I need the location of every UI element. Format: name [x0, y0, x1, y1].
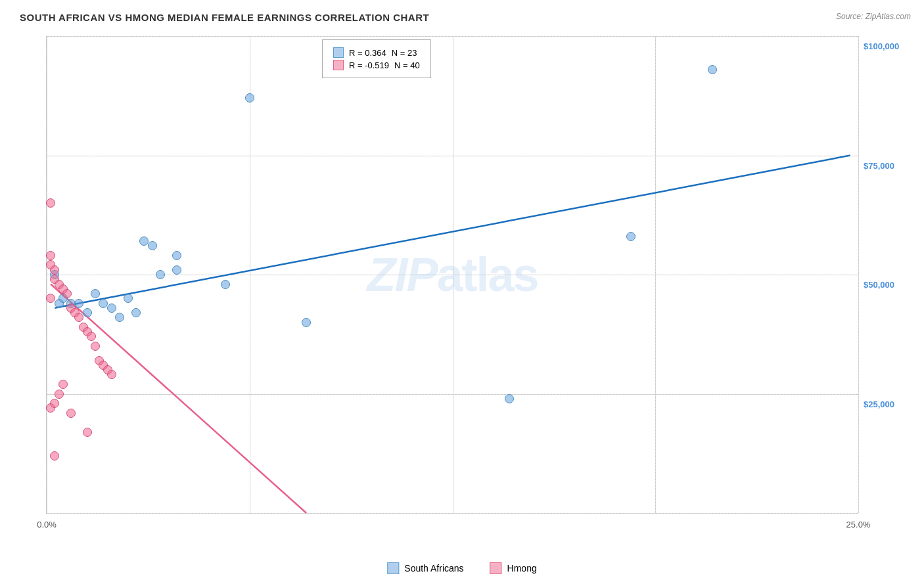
dot-blue — [172, 251, 181, 260]
chart-container: SOUTH AFRICAN VS HMONG MEDIAN FEMALE EAR… — [0, 0, 924, 586]
dot-pink — [74, 313, 83, 322]
gridline-v-25 — [250, 36, 250, 513]
legend-color-blue — [333, 47, 344, 58]
bottom-legend-pink-box — [490, 562, 502, 574]
x-tick-0: 0.0% — [37, 520, 57, 530]
dot-blue — [148, 241, 157, 250]
dot-pink — [62, 289, 72, 298]
source-label: Source: ZipAtlas.com — [836, 12, 911, 21]
bottom-legend: South Africans Hmong — [387, 562, 536, 574]
legend-blue-n: N = 23 — [392, 48, 417, 58]
dot-blue — [139, 237, 149, 246]
dot-blue — [115, 313, 124, 322]
dot-blue — [124, 294, 133, 303]
dot-blue — [221, 280, 230, 289]
gridline-v-75 — [655, 36, 656, 513]
dot-pink — [58, 380, 68, 389]
legend-pink-r: R = -0.519 — [349, 60, 389, 70]
dot-blue — [245, 93, 254, 102]
y-tick-50k: $50,000 — [864, 280, 894, 290]
plot-area: ZIPatlas — [46, 36, 858, 514]
dot-pink — [83, 428, 92, 437]
dot-blue — [55, 299, 64, 308]
chart-title: SOUTH AFRICAN VS HMONG MEDIAN FEMALE EAR… — [20, 12, 429, 23]
legend-pink-n: N = 40 — [394, 60, 420, 70]
dot-pink — [50, 265, 59, 275]
dot-blue — [91, 289, 100, 298]
dot-blue — [708, 65, 717, 74]
dot-pink — [91, 342, 100, 351]
dot-blue — [107, 304, 116, 313]
y-tick-75k: $75,000 — [864, 160, 894, 170]
dot-pink — [46, 198, 55, 208]
dot-blue — [626, 232, 635, 241]
legend-color-pink — [333, 60, 344, 70]
dot-blue — [302, 318, 311, 327]
bottom-legend-south-africans-label: South Africans — [404, 563, 463, 574]
dot-blue — [172, 265, 181, 275]
gridline-v-100 — [858, 36, 859, 513]
bottom-legend-hmong-label: Hmong — [507, 563, 537, 574]
dot-pink — [55, 390, 64, 399]
dot-pink — [66, 409, 76, 418]
dot-pink — [46, 251, 55, 260]
y-tick-25k: $25,000 — [864, 399, 894, 409]
x-tick-25: 25.0% — [846, 520, 871, 530]
bottom-legend-blue-box — [387, 562, 399, 574]
dot-pink — [50, 399, 59, 408]
dot-blue — [74, 299, 83, 308]
dot-pink — [87, 332, 96, 341]
pink-trend-line — [51, 284, 306, 513]
legend-row-pink: R = -0.519 N = 40 — [333, 60, 420, 70]
y-tick-100k: $100,000 — [864, 41, 899, 51]
bottom-legend-hmong: Hmong — [490, 562, 537, 574]
dot-blue — [505, 394, 514, 403]
gridline-v-50 — [453, 36, 453, 513]
gridline-v-0 — [47, 36, 47, 513]
dot-pink — [50, 451, 59, 461]
dot-blue — [131, 308, 141, 317]
dot-pink — [46, 294, 55, 303]
gridline-h-100 — [47, 513, 858, 514]
legend-blue-r: R = 0.364 — [349, 48, 386, 58]
bottom-legend-south-africans: South Africans — [387, 562, 463, 574]
dot-blue — [156, 270, 165, 279]
dot-blue — [99, 299, 108, 308]
legend-row-blue: R = 0.364 N = 23 — [333, 47, 420, 58]
dot-blue — [83, 308, 92, 317]
legend-box: R = 0.364 N = 23 R = -0.519 N = 40 — [322, 39, 431, 78]
dot-pink — [107, 370, 116, 379]
